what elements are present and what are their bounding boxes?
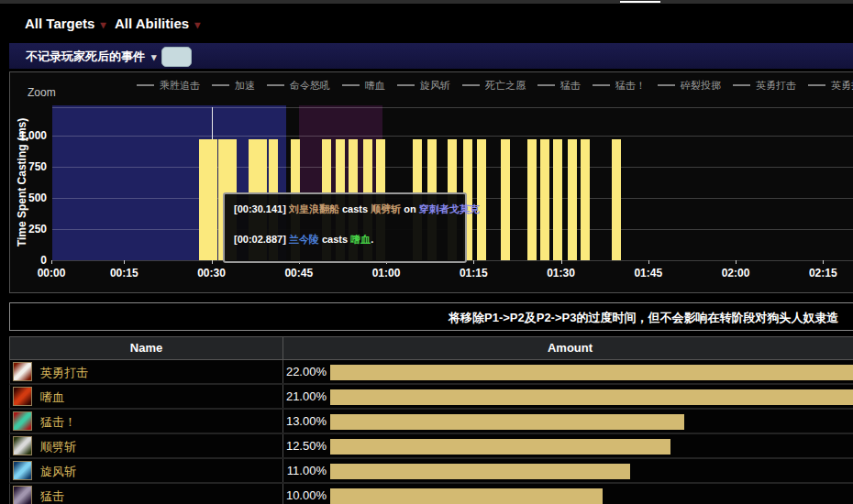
- cast-bar[interactable]: [581, 139, 590, 260]
- legend-item-label: 英勇打击: [756, 80, 796, 90]
- heroic-strike-icon[interactable]: [13, 362, 32, 381]
- legend-series-dash: [808, 84, 825, 86]
- targets-dropdown[interactable]: All Targets▾: [25, 16, 105, 31]
- targets-dropdown-label: All Targets: [25, 16, 94, 31]
- x-axis-tick-label: 01:00: [366, 267, 406, 279]
- legend-item-label: 猛击: [560, 80, 581, 90]
- zoom-label: Zoom: [28, 86, 56, 99]
- cast-bar[interactable]: [501, 139, 510, 260]
- tooltip-segment: 嗜血: [350, 234, 371, 245]
- cast-bar[interactable]: [477, 139, 486, 260]
- tooltip-segment: 顺劈斩: [371, 203, 401, 214]
- legend-item-label: 乘胜追击: [160, 80, 200, 90]
- x-axis-tick-label: 00:00: [31, 267, 72, 279]
- x-axis-tick-label: 02:00: [715, 267, 756, 279]
- legend-series-dash: [212, 84, 229, 86]
- legend-item[interactable]: 命令怒吼: [267, 76, 330, 90]
- legend-item[interactable]: 加速: [212, 76, 255, 90]
- legend-series-dash: [537, 84, 555, 86]
- abilities-table: Name Amount 英勇打击22.00%嗜血21.00%猛击！13.00%顺…: [9, 336, 853, 504]
- column-divider: [282, 484, 283, 504]
- column-divider: [282, 459, 283, 482]
- legend-item-label: 猛击！: [615, 80, 646, 90]
- x-axis-tick-label: 00:15: [104, 267, 144, 279]
- legend-item-label: 嗜血: [365, 80, 385, 90]
- legend-item[interactable]: 乘胜追击: [137, 76, 200, 90]
- abilities-dropdown[interactable]: All Abilities▾: [115, 16, 200, 31]
- bloodthirst-icon[interactable]: [13, 387, 32, 406]
- cleave-icon[interactable]: [13, 436, 32, 455]
- scroll-indicator[interactable]: [620, 1, 660, 3]
- tooltip-line-2: [00:02.887] 兰今陵 casts 嗜血.: [234, 233, 456, 246]
- chevron-down-icon: ▾: [194, 18, 200, 31]
- amount-percent: 22.00%: [284, 365, 327, 378]
- ability-link[interactable]: 猛击！: [40, 414, 76, 431]
- column-header-amount[interactable]: Amount: [283, 337, 853, 359]
- whirlwind-icon[interactable]: [13, 461, 32, 480]
- x-axis-tick: [473, 260, 474, 264]
- legend-item[interactable]: 英勇投掷: [808, 76, 853, 90]
- x-axis-tick: [51, 260, 52, 264]
- legend-item[interactable]: 猛击！: [593, 76, 646, 90]
- x-axis-tick: [648, 260, 649, 264]
- legend-item-label: 英勇投掷: [831, 80, 853, 90]
- filter-header: All Targets▾ All Abilities▾: [0, 4, 853, 43]
- legend-series-dash: [342, 84, 360, 86]
- slam-icon[interactable]: [13, 486, 32, 504]
- chevron-down-icon: ▾: [100, 18, 105, 31]
- filter-toggle-button[interactable]: [161, 47, 192, 67]
- legend-item[interactable]: 猛击: [537, 76, 581, 90]
- legend-series-dash: [267, 84, 284, 86]
- legend-item[interactable]: 碎裂投掷: [658, 76, 721, 90]
- gridline: [52, 107, 853, 108]
- legend-item[interactable]: 英勇打击: [733, 76, 796, 90]
- abilities-dropdown-label: All Abilities: [115, 16, 189, 31]
- ability-link[interactable]: 旋风斩: [40, 464, 76, 480]
- legend-item[interactable]: 嗜血: [342, 76, 385, 90]
- amount-percent: 13.00%: [284, 414, 327, 428]
- table-row: 猛击10.00%: [9, 484, 853, 504]
- amount-percent: 12.50%: [284, 439, 327, 453]
- death-filter-dropdown[interactable]: 不记录玩家死后的事件▾: [26, 49, 157, 65]
- slam-proc-icon[interactable]: [13, 411, 32, 431]
- death-filter-bar: 不记录玩家死后的事件▾: [9, 43, 853, 69]
- amount-percent: 11.00%: [284, 464, 327, 477]
- cast-bar[interactable]: [553, 139, 562, 260]
- ability-link[interactable]: 顺劈斩: [40, 439, 76, 455]
- amount-bar: [330, 464, 630, 479]
- x-axis-tick-label: 01:15: [453, 267, 493, 279]
- cast-bar[interactable]: [612, 139, 621, 260]
- table-header: Name Amount: [9, 336, 853, 360]
- chart-legend: 乘胜追击加速命令怒吼嗜血旋风斩死亡之愿猛击猛击！碎裂投掷英勇打击英勇投掷萨隆邪铁…: [137, 76, 853, 90]
- cast-bar[interactable]: [199, 139, 208, 260]
- x-axis-tick-label: 00:30: [192, 267, 232, 279]
- chart-tooltip: [00:30.141] 刘皇浪翻船 casts 顺劈斩 on 穿刺者戈莫克 [0…: [223, 192, 467, 263]
- tooltip-segment: 兰今陵: [289, 234, 319, 245]
- legend-item-label: 碎裂投掷: [681, 80, 721, 90]
- phase-note-text: 将移除P1->P2及P2->P3的过度时间，但不会影响在转阶段对狗头人奴隶造: [449, 310, 838, 326]
- cast-bar[interactable]: [527, 139, 537, 260]
- ability-link[interactable]: 猛击: [40, 488, 64, 504]
- legend-series-dash: [593, 84, 610, 86]
- amount-bar: [330, 389, 853, 405]
- x-axis-tick-label: 00:45: [279, 267, 319, 279]
- amount-bar: [330, 365, 853, 380]
- legend-item-label: 旋风斩: [420, 80, 450, 90]
- table-row: 猛击！13.00%: [9, 410, 853, 434]
- cast-bar[interactable]: [208, 139, 217, 260]
- amount-bar: [330, 488, 603, 504]
- phase-note-banner: 将移除P1->P2及P2->P3的过度时间，但不会影响在转阶段对狗头人奴隶造: [9, 302, 853, 331]
- column-header-name[interactable]: Name: [10, 337, 283, 359]
- tooltip-segment: .: [371, 234, 373, 245]
- legend-item[interactable]: 死亡之愿: [462, 76, 526, 90]
- amount-percent: 10.00%: [284, 488, 327, 502]
- ability-link[interactable]: 英勇打击: [40, 365, 88, 381]
- tooltip-segment: on: [401, 203, 419, 214]
- x-axis-tick: [124, 260, 125, 264]
- cast-bar[interactable]: [568, 139, 577, 260]
- legend-item[interactable]: 旋风斩: [397, 76, 450, 90]
- x-axis-tick-label: 01:45: [628, 267, 669, 279]
- table-row: 顺劈斩12.50%: [9, 434, 853, 459]
- cast-bar[interactable]: [540, 139, 549, 260]
- ability-link[interactable]: 嗜血: [40, 389, 64, 406]
